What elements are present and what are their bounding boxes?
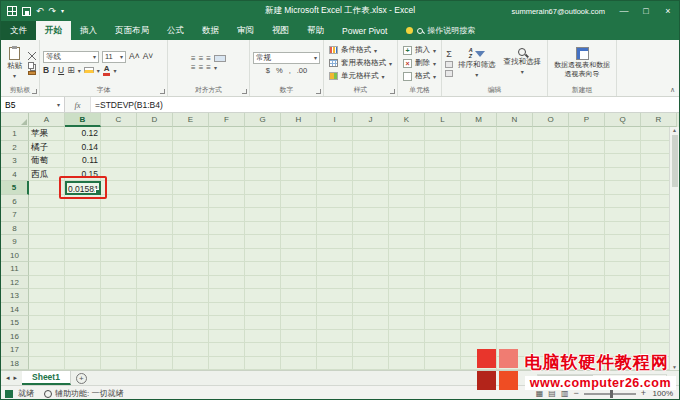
cell-D15[interactable] [137, 316, 173, 330]
cell-L5[interactable] [425, 181, 461, 195]
cell-J18[interactable] [353, 357, 389, 371]
cell-O16[interactable] [533, 330, 569, 344]
cell-B15[interactable] [65, 316, 101, 330]
cell-F15[interactable] [209, 316, 245, 330]
cell-F14[interactable] [209, 303, 245, 317]
cell-A17[interactable] [29, 343, 65, 357]
cell-B18[interactable] [65, 357, 101, 371]
align-middle-icon[interactable]: ≡ [199, 55, 204, 63]
name-box[interactable]: B5 ▾ [1, 97, 65, 112]
cell-E17[interactable] [173, 343, 209, 357]
cell-P9[interactable] [569, 235, 605, 249]
cell-C1[interactable] [101, 127, 137, 141]
cell-P5[interactable] [569, 181, 605, 195]
cell-L18[interactable] [425, 357, 461, 371]
cell-I18[interactable] [317, 357, 353, 371]
cell-Q11[interactable] [605, 262, 641, 276]
cell-I17[interactable] [317, 343, 353, 357]
cell-E4[interactable] [173, 168, 209, 182]
cell-D2[interactable] [137, 141, 173, 155]
column-header-C[interactable]: C [101, 113, 137, 127]
cell-O3[interactable] [533, 154, 569, 168]
cell-H16[interactable] [281, 330, 317, 344]
cell-A16[interactable] [29, 330, 65, 344]
clear-icon[interactable] [445, 70, 453, 77]
cell-K1[interactable] [389, 127, 425, 141]
format-as-table-button[interactable]: 套用表格格式 ▾ [327, 57, 394, 69]
cell-H14[interactable] [281, 303, 317, 317]
cell-J4[interactable] [353, 168, 389, 182]
tab-power-pivot[interactable]: Power Pivot [333, 21, 396, 40]
cell-N10[interactable] [497, 249, 533, 263]
cell-A11[interactable] [29, 262, 65, 276]
cell-K11[interactable] [389, 262, 425, 276]
cell-K18[interactable] [389, 357, 425, 371]
cell-J15[interactable] [353, 316, 389, 330]
cell-Q3[interactable] [605, 154, 641, 168]
percent-format-icon[interactable]: % [276, 66, 283, 75]
dialog-launcher-icon[interactable] [242, 89, 247, 94]
cell-N13[interactable] [497, 289, 533, 303]
cell-O1[interactable] [533, 127, 569, 141]
align-center-icon[interactable]: ≡ [199, 64, 204, 72]
cell-C6[interactable] [101, 195, 137, 209]
paste-button[interactable]: 粘贴 ▾ [4, 42, 25, 84]
cell-E15[interactable] [173, 316, 209, 330]
cell-K2[interactable] [389, 141, 425, 155]
cell-K7[interactable] [389, 208, 425, 222]
cell-D6[interactable] [137, 195, 173, 209]
cell-J8[interactable] [353, 222, 389, 236]
cell-H1[interactable] [281, 127, 317, 141]
cell-Q8[interactable] [605, 222, 641, 236]
vertical-scroll-thumb[interactable] [672, 135, 678, 187]
cell-D12[interactable] [137, 276, 173, 290]
cell-I1[interactable] [317, 127, 353, 141]
tab-home[interactable]: 开始 [36, 21, 71, 40]
cell-N8[interactable] [497, 222, 533, 236]
copy-icon[interactable] [28, 62, 34, 69]
find-select-button[interactable]: 查找和选择 ▾ [501, 48, 545, 75]
cell-Q9[interactable] [605, 235, 641, 249]
cell-N3[interactable] [497, 154, 533, 168]
column-header-I[interactable]: I [317, 113, 353, 127]
tab-view[interactable]: 视图 [263, 21, 298, 40]
cell-A13[interactable] [29, 289, 65, 303]
cell-D17[interactable] [137, 343, 173, 357]
cell-N5[interactable] [497, 181, 533, 195]
dialog-launcher-icon[interactable] [390, 89, 395, 94]
cell-G10[interactable] [245, 249, 281, 263]
cell-H18[interactable] [281, 357, 317, 371]
cell-Q6[interactable] [605, 195, 641, 209]
cell-P7[interactable] [569, 208, 605, 222]
cell-G9[interactable] [245, 235, 281, 249]
cell-K17[interactable] [389, 343, 425, 357]
account-name[interactable]: summerain67@outlook.com [504, 7, 614, 16]
cell-J17[interactable] [353, 343, 389, 357]
cell-H4[interactable] [281, 168, 317, 182]
cell-G4[interactable] [245, 168, 281, 182]
cell-I12[interactable] [317, 276, 353, 290]
cell-L16[interactable] [425, 330, 461, 344]
cell-J16[interactable] [353, 330, 389, 344]
select-all-button[interactable] [1, 113, 29, 127]
cell-Q4[interactable] [605, 168, 641, 182]
cell-E9[interactable] [173, 235, 209, 249]
cell-B3[interactable]: 0.11 [65, 154, 101, 168]
cell-C7[interactable] [101, 208, 137, 222]
cell-G17[interactable] [245, 343, 281, 357]
column-header-H[interactable]: H [281, 113, 317, 127]
cell-F8[interactable] [209, 222, 245, 236]
column-header-G[interactable]: G [245, 113, 281, 127]
cell-O4[interactable] [533, 168, 569, 182]
cell-F5[interactable] [209, 181, 245, 195]
row-header-15[interactable]: 15 [1, 316, 29, 330]
cell-N15[interactable] [497, 316, 533, 330]
cell-J2[interactable] [353, 141, 389, 155]
format-painter-icon[interactable] [28, 71, 36, 75]
cell-P15[interactable] [569, 316, 605, 330]
cell-Q5[interactable] [605, 181, 641, 195]
add-sheet-button[interactable]: + [76, 373, 87, 384]
sort-filter-button[interactable]: AZ 排序和筛选 ▾ [455, 48, 499, 78]
cell-O13[interactable] [533, 289, 569, 303]
macro-record-icon[interactable] [5, 390, 13, 398]
